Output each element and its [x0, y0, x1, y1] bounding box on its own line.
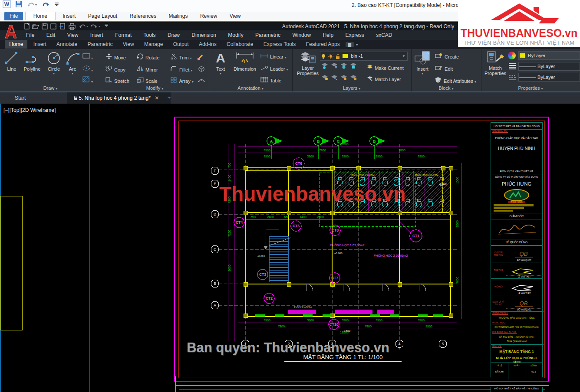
ribbon-tab-addins[interactable]: Add-ins [194, 40, 221, 49]
new-tab-button[interactable]: + [161, 92, 177, 104]
word-tab-references[interactable]: References [125, 12, 161, 20]
viewport-controls[interactable]: [−][Top][2D Wireframe] [3, 107, 56, 113]
ribbon-tab-insert[interactable]: Insert [29, 40, 51, 49]
menu-file[interactable]: File [21, 30, 40, 40]
brand-name: THUVIENBANVESO.vn [458, 27, 580, 39]
word-tab-insert[interactable]: Insert [57, 12, 81, 20]
word-tab-page-layout[interactable]: Page Layout [83, 12, 122, 20]
array-button[interactable]: Array ▾ [170, 77, 194, 84]
trim-button[interactable]: Trim ▾ [170, 53, 192, 60]
layer-properties-button[interactable]: Layer Properties [295, 51, 321, 76]
explode-button[interactable] [197, 65, 206, 73]
save-icon[interactable] [15, 1, 22, 10]
svg-text:CT10: CT10 [330, 322, 339, 327]
file-tab-active[interactable]: 5. Nha lop hoc 4 phong 2 tang* ✕ [67, 92, 171, 104]
menu-parametric[interactable]: Parametric [250, 30, 286, 40]
menu-modify[interactable]: Modify [223, 30, 248, 40]
stretch-button[interactable]: Stretch [105, 77, 129, 84]
drawing-canvas[interactable]: [−][Top][2D Wireframe] [0, 104, 580, 392]
word-tab-file[interactable]: File [4, 12, 23, 20]
edit-attributes-button[interactable]: Edit Attributes ▾ [435, 77, 476, 84]
color-wheel-icon[interactable] [508, 52, 516, 59]
ellipse-button[interactable]: ▾ [82, 65, 93, 72]
rotate-button[interactable]: Rotate [136, 53, 159, 60]
undo-icon[interactable] [27, 1, 37, 10]
menu-edit[interactable]: Edit [41, 30, 61, 40]
erase-button[interactable] [197, 53, 206, 61]
ribbon-tab-express-tools[interactable]: Express Tools [259, 40, 300, 49]
linear-button[interactable]: Linear ▾ [260, 53, 287, 59]
circle-button[interactable]: Circle▾ [44, 51, 63, 75]
ribbon-tab-featured-apps[interactable]: Featured Apps [302, 40, 344, 49]
panel-label-draw[interactable]: Draw ▾ [0, 85, 101, 91]
lineweight-icon[interactable] [508, 63, 517, 72]
hatch-button[interactable]: ▾ [82, 76, 93, 84]
mirror-button[interactable]: Mirror [136, 65, 158, 72]
ribbon-tab-annotate[interactable]: Annotate [52, 40, 82, 49]
edit-block-button[interactable]: Edit [435, 65, 453, 72]
panel-label-properties[interactable]: Properties ▾ [481, 85, 580, 91]
menu-insert[interactable]: Insert [85, 30, 109, 40]
menu-draw[interactable]: Draw [162, 30, 185, 40]
panel-label-layers[interactable]: Layers ▾ [292, 85, 411, 91]
word-tab-review[interactable]: Review [195, 12, 222, 20]
lineweight-select[interactable]: ByLayer [518, 62, 580, 71]
panel-label-annotation[interactable]: Annotation ▾ [209, 85, 292, 91]
menu-format[interactable]: Format [110, 30, 137, 40]
make-current-button[interactable]: Make Current [366, 65, 404, 71]
layer-tool-icons-2[interactable] [321, 73, 362, 81]
leader-button[interactable]: Leader ▾ [260, 65, 288, 72]
close-icon[interactable]: ✕ [155, 95, 159, 101]
linetype-select[interactable]: ByLayer [518, 73, 580, 82]
layer-tool-icons-1[interactable] [321, 62, 362, 70]
menu-tools[interactable]: Tools [138, 30, 161, 40]
fillet-button[interactable]: Fillet ▾ [170, 65, 192, 72]
ribbon-tab-output[interactable]: Output [169, 40, 193, 49]
arc-button[interactable]: Arc▾ [65, 51, 80, 75]
file-tab-start[interactable]: Start [9, 92, 32, 104]
ribbon-tab-manage[interactable]: Manage [140, 40, 167, 49]
autocad-logo-icon[interactable] [3, 23, 19, 40]
polyline-button[interactable]: Polyline [21, 51, 43, 72]
menu-help[interactable]: Help [317, 30, 339, 40]
object-color-select[interactable]: ByLayer [518, 51, 580, 60]
scale-button[interactable]: Scale [136, 77, 158, 84]
line-button[interactable]: Line [3, 51, 20, 72]
panel-label-modify[interactable]: Modify ▾ [101, 85, 209, 91]
word-tab-mailings[interactable]: Mailings [163, 12, 193, 20]
linetype-icon[interactable] [508, 74, 517, 83]
ribbon-tab-parametric[interactable]: Parametric [83, 40, 117, 49]
table-button[interactable]: Table [260, 77, 281, 83]
panel-label-block[interactable]: Block ▾ [411, 85, 481, 91]
insert-block-button[interactable]: Insert▾ [413, 51, 432, 75]
word-tab-home[interactable]: Home [25, 12, 56, 20]
ribbon-collapse-button[interactable]: ▇ [346, 42, 354, 47]
layer-select[interactable]: bin -1 ▼ [320, 52, 408, 61]
menu-view[interactable]: View [62, 30, 84, 40]
svg-text:QB: QB [520, 251, 528, 257]
menu-window[interactable]: Window [287, 30, 316, 40]
acad-quick-access-toolbar [24, 23, 119, 31]
rectangle-button[interactable]: ▾ [82, 52, 93, 60]
menu-express[interactable]: Express [340, 30, 369, 40]
text-button[interactable]: A Text▾ [213, 51, 228, 75]
match-layer-button[interactable]: Match Layer [366, 77, 401, 82]
ribbon-tab-view[interactable]: View [119, 40, 138, 49]
qat-customize-icon[interactable] [54, 1, 59, 9]
word-app-icon[interactable]: W [3, 0, 11, 10]
match-properties-button[interactable]: Match Properties [483, 51, 508, 76]
copy-button[interactable]: o Copy [105, 65, 125, 72]
menu-dimension[interactable]: Dimension [186, 30, 221, 40]
dimension-button[interactable]: Dimension [231, 51, 258, 72]
ribbon-tab-home[interactable]: Home [5, 40, 27, 49]
menu-sxcad[interactable]: sxCAD [371, 30, 397, 40]
move-icon [105, 53, 113, 59]
move-button[interactable]: Move [105, 53, 126, 60]
offset-button[interactable] [197, 77, 206, 85]
layer-select-dropdown-icon[interactable]: ▼ [402, 52, 405, 60]
create-block-button[interactable]: Create [435, 52, 459, 59]
word-tab-view[interactable]: View [224, 12, 246, 20]
ribbon-tab-collaborate[interactable]: Collaborate [222, 40, 257, 49]
redo-icon[interactable] [42, 1, 49, 10]
ribbon-collapse-dropdown-icon[interactable]: ▼ [355, 43, 359, 47]
